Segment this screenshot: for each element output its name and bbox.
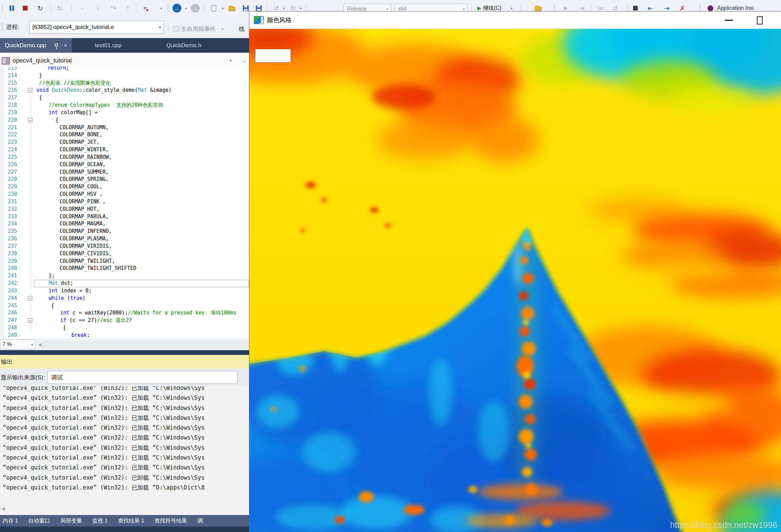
step-over-icon[interactable]: ↷ (108, 3, 119, 13)
scroll-left-icon[interactable]: ◀ (38, 342, 41, 347)
code-line: 220–{ (0, 117, 249, 124)
line-number: 245 (3, 302, 17, 310)
tab-test01-cpp[interactable]: test01.cpp (90, 38, 126, 53)
close-icon[interactable]: × (64, 42, 67, 49)
fold-toggle-icon[interactable]: – (28, 318, 32, 323)
bottom-tab-局部变量[interactable]: 局部变量 (60, 517, 82, 525)
lifecycle-dropdown[interactable]: ▾ (220, 24, 225, 34)
code-line: 243int index = 0; (0, 287, 249, 295)
process-label: 进程: (6, 23, 19, 31)
fold-toggle-icon[interactable]: – (28, 296, 32, 301)
project-icon (2, 57, 10, 65)
bottom-tab-自动窗口[interactable]: 自动窗口 (28, 517, 50, 525)
step-out-icon[interactable]: ↑ (122, 3, 133, 13)
output-scroll-left-icon[interactable]: ◀ (1, 506, 5, 511)
navigate-to-icon[interactable]: → (241, 58, 246, 64)
line-number: 220 (3, 117, 17, 124)
opencv-image-area: https://blog.csdn.net/zw1996 (249, 29, 781, 532)
line-number: 228 (3, 176, 17, 183)
line-number: 225 (3, 154, 17, 161)
tab-quickdemo-cpp[interactable]: QuickDemo.cpp× (0, 38, 72, 53)
output-log[interactable]: “opecv4_quick_tutorial.exe” (Win32): 已加载… (0, 386, 249, 515)
stop-button[interactable] (20, 3, 31, 13)
line-number: 242 (3, 280, 17, 287)
code-line: 221COLORMAP_AUTUMN, (0, 124, 249, 132)
line-number: 232 (3, 206, 17, 213)
line-number: 222 (3, 131, 17, 139)
line-number: 231 (3, 198, 17, 206)
open-folder-icon[interactable] (227, 3, 237, 13)
fold-toggle-icon[interactable]: – (28, 88, 32, 92)
maximize-button[interactable] (751, 12, 768, 29)
line-number: 217 (3, 94, 17, 102)
tab-label: QuickDemo.cpp (5, 42, 46, 49)
pause-button[interactable] (6, 3, 17, 13)
fold-toggle-icon[interactable]: – (28, 118, 32, 122)
bottom-tab-查找符号结果[interactable]: 查找符号结果 (154, 517, 187, 525)
toolbar-grip[interactable] (2, 4, 3, 12)
output-line: “opecv4_quick_tutorial.exe” (Win32): 已加载… (0, 433, 249, 443)
output-panel-header[interactable]: 输出 (0, 355, 249, 368)
line-number: 235 (3, 228, 17, 235)
toolbar-grip[interactable] (2, 23, 3, 31)
toolbar-grip[interactable] (167, 4, 169, 12)
code-line: 217{ (0, 94, 249, 102)
minimize-button[interactable] (720, 12, 737, 29)
navigate-back-dropdown[interactable]: ▾ (184, 3, 188, 13)
zoom-value: 7 % (2, 341, 12, 347)
scope-dropdown-icon[interactable]: ▾ (230, 58, 232, 63)
output-source-label: 显示输出来源(S): (1, 374, 45, 381)
opencv-window-icon (254, 16, 264, 24)
line-number: 233 (3, 213, 17, 221)
output-line: “opecv4_quick_tutorial.exe” (Win32): 已加载… (0, 413, 249, 423)
line-number: 221 (3, 124, 17, 132)
code-line: 225COLORMAP_RAINBOW, (0, 154, 249, 161)
lifecycle-events-icon[interactable] (171, 24, 182, 34)
output-line: “opecv4_quick_tutorial.exe” (Win32): 已加载… (0, 443, 249, 453)
apply-code-changes-icon[interactable]: ↻ (54, 3, 65, 13)
bottom-tab-内存1[interactable]: 内存 1 (3, 517, 18, 525)
pin-icon[interactable] (55, 44, 58, 47)
line-number: 227 (3, 169, 17, 176)
code-line: 245{ (0, 302, 249, 310)
opencv-window[interactable]: 颜色风格 (249, 11, 781, 532)
navigate-back-icon[interactable]: ← (171, 3, 182, 13)
code-line: 232COLORMAP_HOT, (0, 206, 249, 213)
line-number: 249 (3, 332, 17, 339)
bottom-tab-监视1[interactable]: 监视 1 (92, 517, 107, 525)
new-file-dropdown[interactable]: ▾ (220, 3, 225, 13)
line-number: 218 (3, 102, 17, 109)
hscroll-track[interactable] (42, 341, 248, 348)
tab-quickdemo-h[interactable]: QuickDemo.h (162, 38, 206, 53)
show-next-statement-icon[interactable]: → (76, 3, 87, 13)
output-line: “opecv4_quick_tutorial.exe” (Win32): 已加载… (0, 483, 249, 493)
code-line: 215//色彩表 //实现图像色彩变化 (0, 80, 249, 87)
diagnostic-tools-icon[interactable]: ≈ (141, 3, 152, 13)
thread-label-partial: 线 (239, 24, 245, 34)
output-line: “opecv4_quick_tutorial.exe” (Win32): 已加载… (0, 393, 249, 403)
line-number: 248 (3, 324, 17, 332)
restart-button[interactable]: ↻ (35, 3, 46, 13)
zoom-combo[interactable]: 7 % ▾ (0, 339, 35, 349)
step-into-icon[interactable]: ↓ (93, 3, 103, 13)
line-number: 246 (3, 309, 17, 317)
toolbar-overflow-icon[interactable]: ▾ (156, 3, 167, 13)
code-editor[interactable]: 213return;214}215//色彩表 //实现图像色彩变化216–voi… (0, 67, 249, 339)
editor-hscroll-bar: 7 % ▾ ◀ (0, 339, 249, 350)
project-dropdown[interactable]: opecv4_quick_tutorial (13, 57, 72, 64)
output-line: “opecv4_quick_tutorial.exe” (Win32): 已加载… (0, 423, 249, 433)
code-line: 231COLORMAP_PINK , (0, 198, 249, 206)
opencv-window-titlebar[interactable]: 颜色风格 (249, 12, 781, 29)
line-number: 214 (3, 72, 17, 80)
code-line: 248{ (0, 324, 249, 332)
lifecycle-events-button[interactable]: 生命周期事件 (181, 24, 216, 34)
line-number: 237 (3, 243, 17, 250)
bottom-tab-调[interactable]: 调 (197, 517, 203, 525)
panel-splitter[interactable] (0, 350, 249, 355)
new-file-icon[interactable] (208, 3, 219, 13)
process-combo[interactable]: [63852] opecv4_quick_tutorial.e ▾ (29, 21, 164, 34)
output-source-combo[interactable]: 调试 (47, 371, 238, 384)
code-line: 239COLORMAP_TWILIGHT, (0, 258, 249, 265)
bottom-tab-查找结果1[interactable]: 查找结果 1 (118, 517, 144, 525)
navigate-forward-icon[interactable]: → (190, 3, 201, 13)
